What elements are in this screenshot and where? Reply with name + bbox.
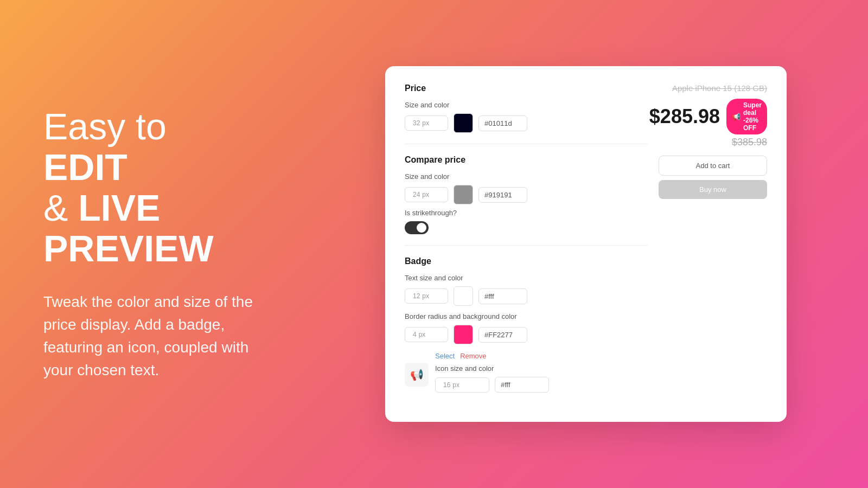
- icon-size-unit: px: [452, 381, 459, 389]
- badge-megaphone-icon: 📢: [732, 113, 741, 121]
- icon-color-input[interactable]: [495, 377, 549, 393]
- headline-bold-1: EDIT: [43, 146, 127, 188]
- strikethrough-toggle[interactable]: [405, 221, 429, 234]
- compare-field-row: 24 px: [405, 185, 648, 204]
- icon-size-input[interactable]: 16 px: [435, 377, 489, 393]
- compare-color-input[interactable]: [478, 187, 527, 203]
- badge-bg-color-input[interactable]: [478, 327, 527, 343]
- button-row: Add to cart Buy now: [659, 156, 767, 199]
- badge-preview: 📢 Super deal -26% OFF: [726, 99, 767, 134]
- badge-border-radius-unit: px: [419, 331, 426, 338]
- price-field-row: 32 px: [405, 113, 648, 133]
- badge-border-radius-input[interactable]: 4 px: [405, 327, 448, 342]
- badge-title: Badge: [405, 256, 648, 266]
- main-price: $285.98: [649, 105, 720, 128]
- headline-line2: & LIVE PREVIEW: [43, 188, 260, 269]
- badge-text-row: 12 px: [405, 286, 648, 306]
- divider-2: [405, 245, 648, 246]
- icon-size-value: 16: [443, 381, 450, 389]
- compare-price: $385.98: [659, 137, 767, 148]
- compare-color-swatch[interactable]: [454, 185, 473, 204]
- badge-border-row: 4 px: [405, 325, 648, 344]
- buy-now-button[interactable]: Buy now: [659, 180, 767, 199]
- badge-text-size-color-label: Text size and color: [405, 274, 648, 282]
- headline: Easy to EDIT & LIVE PREVIEW: [43, 106, 260, 268]
- product-name: Apple iPhone 15 (128 GB): [659, 84, 767, 93]
- icon-size-row: 16 px: [435, 377, 549, 393]
- price-size-unit: px: [422, 119, 429, 127]
- preview-panel: Apple iPhone 15 (128 GB) $285.98 📢 Super…: [648, 84, 767, 402]
- badge-icon-actions: Select Remove Icon size and color 16 px: [435, 352, 549, 397]
- badge-icon-preview: 📢: [405, 363, 429, 387]
- add-to-cart-button[interactable]: Add to cart: [659, 156, 767, 176]
- badge-select-link[interactable]: Select: [435, 352, 455, 360]
- product-name-text: Apple iPhone 15 (128 GB): [672, 84, 767, 93]
- divider-1: [405, 144, 648, 144]
- ui-card: Price Size and color 32 px: [385, 66, 787, 422]
- badge-icon-row: 📢 Select Remove Icon size and color: [405, 352, 648, 397]
- headline-normal-1: Easy to: [43, 106, 167, 147]
- price-size-color-label: Size and color: [405, 101, 648, 109]
- left-panel: Easy to EDIT & LIVE PREVIEW Tweak the co…: [0, 74, 304, 414]
- badge-text-color-input[interactable]: [478, 288, 527, 304]
- badge-border-radius-label: Border radius and background color: [405, 312, 648, 320]
- badge-text-size-unit: px: [422, 292, 429, 300]
- compare-price-section: Compare price Size and color 24 px Is st…: [405, 155, 648, 234]
- price-size-value: 32: [413, 119, 420, 127]
- badge-text-size-input[interactable]: 12 px: [405, 288, 448, 304]
- price-section: Price Size and color 32 px: [405, 84, 648, 133]
- right-panel: Price Size and color 32 px: [304, 44, 868, 444]
- compare-size-unit: px: [422, 191, 429, 198]
- compare-size-color-label: Size and color: [405, 172, 648, 181]
- badge-section: Badge Text size and color 12 px Border r…: [405, 256, 648, 397]
- megaphone-icon: 📢: [410, 368, 424, 381]
- headline-line1: Easy to EDIT: [43, 106, 260, 188]
- controls-panel: Price Size and color 32 px: [405, 84, 648, 402]
- strikethrough-label: Is strikethrough?: [405, 209, 648, 217]
- price-row: $285.98 📢 Super deal -26% OFF: [659, 99, 767, 134]
- price-color-swatch[interactable]: [454, 113, 473, 133]
- price-color-input[interactable]: [478, 115, 527, 131]
- description-text: Tweak the color and size of the price di…: [43, 291, 260, 382]
- badge-bg-color-swatch[interactable]: [454, 325, 473, 344]
- compare-size-value: 24: [413, 191, 420, 198]
- badge-border-radius-value: 4: [413, 331, 417, 338]
- headline-normal-2: &: [43, 187, 78, 228]
- icon-size-color-label: Icon size and color: [435, 364, 549, 373]
- badge-text-size-value: 12: [413, 292, 420, 300]
- compare-price-title: Compare price: [405, 155, 648, 165]
- badge-remove-link[interactable]: Remove: [460, 352, 486, 360]
- price-size-input[interactable]: 32 px: [405, 115, 448, 131]
- badge-text-color-swatch[interactable]: [454, 286, 473, 306]
- badge-select-remove: Select Remove: [435, 352, 549, 360]
- compare-size-input[interactable]: 24 px: [405, 187, 448, 202]
- price-section-title: Price: [405, 84, 648, 93]
- badge-text: Super deal -26% OFF: [743, 101, 762, 132]
